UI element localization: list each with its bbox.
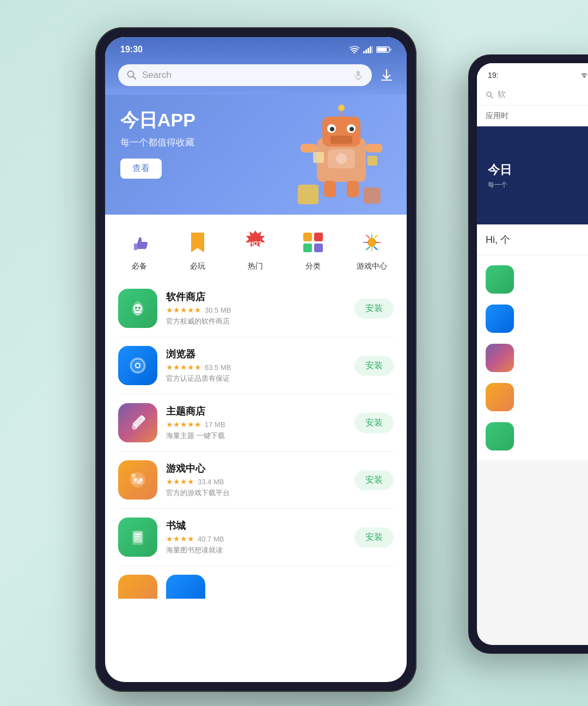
app-name-browser: 浏览器 [166, 348, 346, 361]
svg-point-20 [350, 127, 354, 131]
status-bar: 19:30 [105, 37, 407, 59]
app-size-browser: 63.5 MB [205, 363, 231, 372]
right-status-icons [580, 72, 588, 78]
svg-rect-45 [136, 314, 140, 315]
mic-icon[interactable] [353, 70, 363, 80]
categories-section: 必备 必玩 HOT 热 [105, 215, 407, 280]
search-placeholder: Search [142, 70, 348, 81]
app-name-game: 游戏中心 [166, 462, 346, 475]
svg-rect-24 [324, 181, 336, 197]
app-item-software[interactable]: 软件商店 ★★★★★ 30.5 MB 官方权威的软件商店 安装 [118, 280, 394, 337]
right-app-item-1[interactable] [477, 260, 588, 299]
install-btn-software[interactable]: 安装 [354, 299, 394, 319]
app-item-theme[interactable]: 主题商店 ★★★★★ 17 MB 海量主题 一键下载 安装 [118, 394, 394, 452]
app-desc-browser: 官方认证品质有保证 [166, 374, 346, 384]
app-item-browser[interactable]: 浏览器 ★★★★★ 63.5 MB 官方认证品质有保证 安装 [118, 337, 394, 394]
app-list: 软件商店 ★★★★★ 30.5 MB 官方权威的软件商店 安装 [105, 280, 407, 566]
essential-icon [125, 228, 154, 257]
right-banner: 今日 每一个 [477, 126, 588, 224]
app-icon-theme [118, 403, 157, 442]
svg-rect-23 [330, 136, 352, 144]
app-item-book[interactable]: 书城 ★★★★ 40.7 MB 海量图书想读就读 安装 [118, 509, 394, 566]
wifi-icon [349, 46, 360, 53]
games-icon [357, 228, 387, 257]
app-icon-game [118, 460, 157, 500]
svg-point-60 [131, 473, 136, 478]
app-icon-software [118, 289, 157, 328]
app-info-software: 软件商店 ★★★★★ 30.5 MB 官方权威的软件商店 [166, 290, 346, 326]
bottom-partial-row [105, 566, 407, 599]
status-icons [349, 46, 391, 53]
svg-point-31 [336, 153, 347, 164]
app-info-browser: 浏览器 ★★★★★ 63.5 MB 官方认证品质有保证 [166, 348, 346, 384]
svg-rect-1 [365, 50, 367, 53]
app-name-software: 软件商店 [166, 290, 346, 303]
stars-browser: ★★★★★ [166, 363, 201, 372]
svg-rect-41 [314, 244, 323, 252]
right-section-label: 应用时 [477, 106, 588, 126]
category-hot-label: 热门 [248, 261, 263, 271]
svg-rect-0 [363, 51, 365, 53]
category-grid[interactable]: 分类 [298, 228, 328, 271]
banner-view-button[interactable]: 查看 [120, 159, 162, 179]
right-status-time: 19: [488, 71, 498, 80]
banner: 今日APP 每一个都值得收藏 查看 [105, 95, 407, 215]
install-btn-theme[interactable]: 安装 [354, 413, 394, 433]
svg-rect-64 [134, 536, 140, 537]
app-rating-book: ★★★★ 40.7 MB [166, 534, 346, 543]
right-app-list [477, 255, 588, 460]
phone-screen-secondary: 19: [477, 63, 588, 645]
install-btn-book[interactable]: 安装 [354, 527, 394, 547]
right-banner-subtitle: 每一个 [488, 180, 588, 190]
app-info-book: 书城 ★★★★ 40.7 MB 海量图书想读就读 [166, 519, 346, 555]
app-icon-browser [118, 346, 157, 385]
category-hot[interactable]: HOT 热门 [241, 228, 270, 271]
partial-icon-2 [166, 575, 205, 599]
signal-icon [363, 46, 373, 53]
svg-point-22 [338, 105, 345, 111]
phone-main: 19:30 [95, 27, 416, 692]
right-app-item-2[interactable] [477, 299, 588, 338]
app-desc-theme: 海量主题 一键下载 [166, 431, 346, 441]
svg-point-53 [132, 424, 137, 430]
svg-point-42 [367, 238, 376, 247]
category-games-label: 游戏中心 [357, 261, 387, 271]
right-app-icon-3 [486, 344, 514, 372]
svg-point-66 [584, 76, 585, 78]
svg-rect-63 [134, 534, 141, 535]
category-grid-label: 分类 [305, 261, 321, 271]
install-btn-browser[interactable]: 安装 [354, 356, 394, 376]
app-info-theme: 主题商店 ★★★★★ 17 MB 海量主题 一键下载 [166, 405, 346, 441]
svg-point-57 [137, 480, 140, 484]
svg-rect-7 [390, 48, 391, 51]
right-wifi-icon [580, 72, 588, 78]
svg-rect-38 [303, 233, 312, 241]
svg-rect-4 [372, 46, 373, 53]
svg-point-19 [330, 127, 334, 131]
category-games[interactable]: 游戏中心 [357, 228, 387, 271]
app-rating-software: ★★★★★ 30.5 MB [166, 306, 346, 314]
app-size-game: 33.4 MB [198, 478, 224, 486]
right-app-item-3[interactable] [477, 338, 588, 378]
right-banner-title: 今日 [488, 162, 588, 178]
svg-point-47 [138, 307, 140, 309]
install-btn-game[interactable]: 安装 [354, 470, 394, 490]
category-essential[interactable]: 必备 [125, 228, 154, 271]
app-desc-game: 官方的游戏下载平台 [166, 488, 346, 498]
svg-point-46 [135, 307, 137, 309]
hot-icon: HOT [241, 228, 270, 257]
svg-rect-29 [363, 187, 381, 204]
right-app-item-5[interactable] [477, 417, 588, 456]
battery-icon [376, 46, 391, 53]
right-app-item-4[interactable] [477, 378, 588, 417]
svg-marker-35 [191, 233, 204, 252]
category-play[interactable]: 必玩 [183, 228, 212, 271]
svg-rect-40 [303, 244, 312, 252]
right-search-bar[interactable]: 软 [477, 84, 588, 106]
svg-line-75 [491, 96, 493, 98]
svg-rect-28 [298, 185, 318, 204]
search-bar[interactable]: Search [118, 64, 372, 86]
download-icon[interactable] [379, 68, 394, 82]
right-app-icon-1 [486, 265, 514, 294]
app-item-game[interactable]: 游戏中心 ★★★★ 33.4 MB 官方的游戏下载平台 安装 [118, 452, 394, 509]
